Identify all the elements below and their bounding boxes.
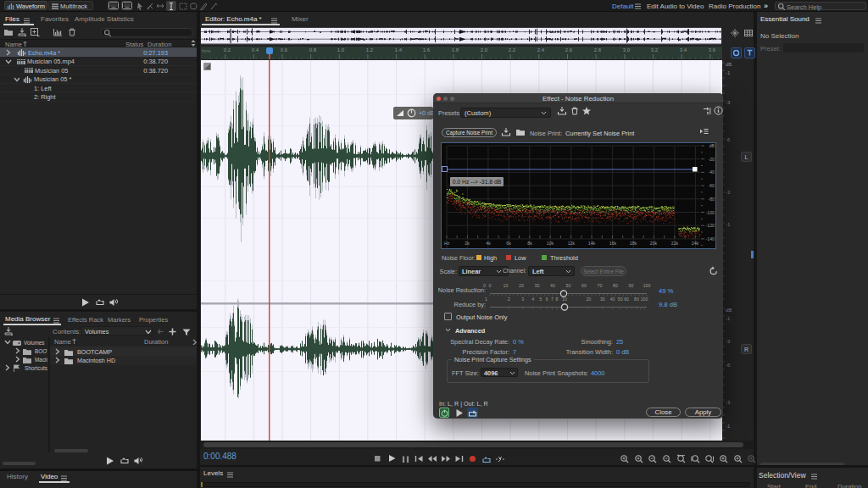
svg-text:100: 100: [643, 283, 651, 288]
svg-text:22k: 22k: [671, 241, 679, 246]
svg-text:-80: -80: [709, 197, 715, 202]
svg-text:70: 70: [598, 283, 603, 288]
svg-text:8k: 8k: [527, 241, 532, 246]
svg-text:2: 2: [508, 297, 510, 302]
svg-text:20: 20: [519, 283, 524, 288]
svg-text:10: 10: [562, 297, 567, 302]
svg-text:2k: 2k: [465, 241, 470, 246]
svg-text:60: 60: [624, 297, 629, 302]
svg-text:1: 1: [485, 297, 487, 302]
svg-text:90: 90: [629, 283, 634, 288]
svg-text:-20: -20: [709, 157, 715, 162]
svg-text:50: 50: [618, 297, 623, 302]
svg-text:5: 5: [539, 297, 542, 302]
svg-text:0: 0: [489, 283, 492, 288]
svg-text:16k: 16k: [609, 241, 617, 246]
svg-text:80: 80: [613, 283, 618, 288]
svg-text:8: 8: [555, 297, 558, 302]
svg-text:-120: -120: [706, 223, 715, 228]
svg-text:40: 40: [550, 283, 555, 288]
svg-text:10k: 10k: [547, 241, 554, 246]
svg-text:dB: dB: [709, 143, 715, 148]
svg-text:-140: -140: [706, 236, 715, 241]
svg-text:6: 6: [546, 297, 548, 302]
svg-text:40: 40: [610, 297, 615, 302]
svg-text:-100: -100: [706, 210, 715, 215]
svg-text:30: 30: [535, 283, 540, 288]
svg-text:4k: 4k: [486, 241, 491, 246]
svg-text:12k: 12k: [568, 241, 576, 246]
svg-text:80: 80: [634, 297, 639, 302]
svg-text:30: 30: [600, 297, 605, 302]
svg-text:7: 7: [551, 297, 554, 302]
svg-text:-40: -40: [709, 169, 715, 175]
svg-text:6k: 6k: [506, 241, 511, 246]
svg-text:Hz: Hz: [444, 241, 450, 246]
svg-text:100: 100: [641, 297, 648, 302]
svg-text:4: 4: [531, 297, 534, 302]
svg-text:24k: 24k: [692, 241, 699, 246]
svg-text:20k: 20k: [650, 241, 658, 246]
svg-text:60: 60: [581, 283, 587, 288]
svg-text:18k: 18k: [630, 241, 637, 246]
svg-text:3: 3: [521, 297, 524, 302]
svg-text:10: 10: [504, 283, 509, 288]
svg-text:50: 50: [566, 283, 571, 288]
svg-text:14k: 14k: [588, 241, 596, 246]
svg-text:-60: -60: [709, 183, 715, 188]
svg-text:20: 20: [586, 297, 591, 302]
svg-text:0: 0: [483, 283, 486, 288]
